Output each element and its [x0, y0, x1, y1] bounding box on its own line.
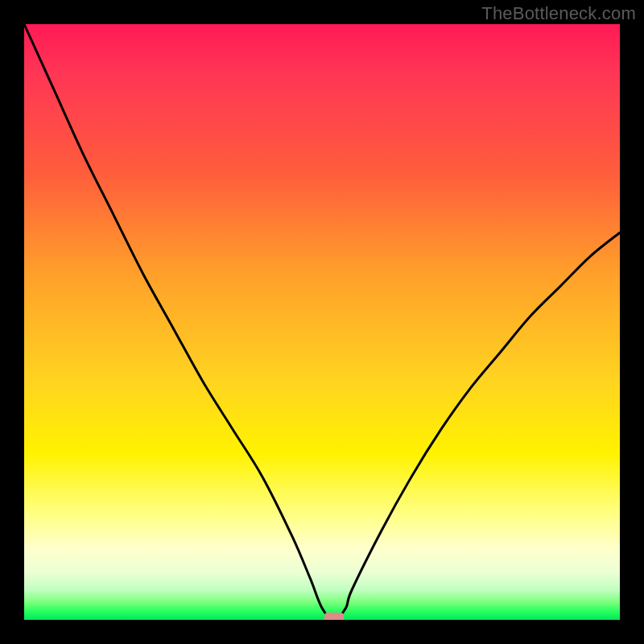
chart-frame: TheBottleneck.com [0, 0, 644, 644]
min-marker [324, 613, 344, 620]
plot-area [24, 24, 620, 620]
bottleneck-curve [24, 24, 620, 620]
watermark-text: TheBottleneck.com [481, 3, 636, 24]
